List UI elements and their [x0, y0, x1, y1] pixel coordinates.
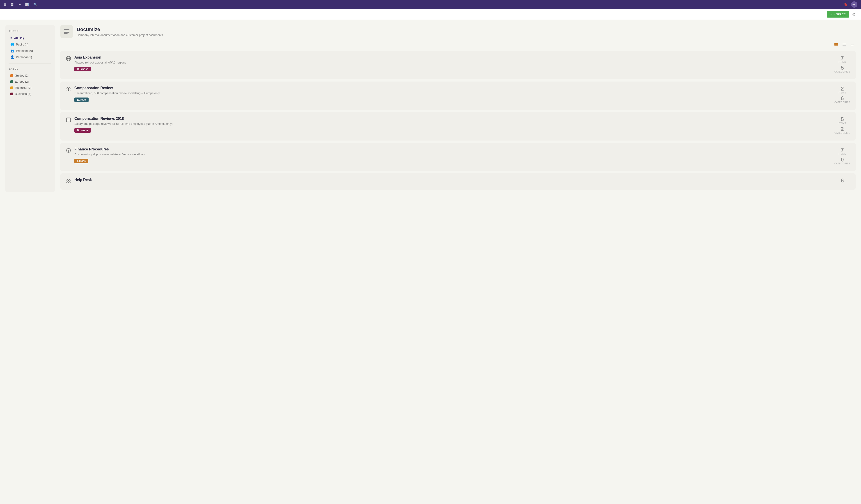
- view-normal-button[interactable]: [841, 42, 847, 48]
- asia-expansion-tag[interactable]: Business: [74, 67, 91, 71]
- help-desk-items-count: 6: [834, 178, 850, 183]
- guides-dot: [10, 74, 13, 77]
- compensation-reviews-2018-categories-count: 2: [834, 126, 850, 132]
- sidebar-item-protected-label: Protected (6): [16, 49, 33, 53]
- card-compensation-reviews-2018[interactable]: Compensation Reviews 2018 Salary and pac…: [60, 112, 856, 141]
- finance-procedures-stats: 7 ITEMS 0 CATEGORIES: [834, 147, 850, 167]
- pulse-icon[interactable]: 〜: [17, 2, 21, 7]
- compensation-review-categories-count: 6: [834, 96, 850, 101]
- card-asia-expansion[interactable]: Asia Expansion Phased roll-out across al…: [60, 51, 856, 79]
- categories-label: CATEGORIES: [834, 163, 850, 165]
- space-header: Documize Company internal documentation …: [60, 25, 856, 38]
- svg-rect-1: [64, 31, 69, 31]
- sidebar-item-protected[interactable]: 👥 Protected (6): [9, 48, 51, 54]
- main-layout: FILTER ≡ All (11) 🌐 Public (4) 👥 Protect…: [0, 20, 861, 192]
- all-icon: ≡: [10, 36, 12, 40]
- view-wide-button[interactable]: [849, 42, 856, 48]
- svg-rect-20: [67, 118, 70, 122]
- categories-label: CATEGORIES: [834, 101, 850, 103]
- search-icon[interactable]: 🔍: [33, 2, 38, 6]
- space-info: Documize Company internal documentation …: [77, 27, 163, 37]
- svg-rect-12: [851, 46, 853, 46]
- view-dense-button[interactable]: [833, 42, 839, 48]
- compensation-reviews-2018-items-count: 5: [834, 117, 850, 122]
- card-left: Help Desk: [66, 178, 834, 185]
- help-desk-title: Help Desk: [74, 178, 92, 182]
- grid-icon[interactable]: ⊞: [4, 2, 6, 6]
- user-avatar[interactable]: HK: [851, 1, 857, 8]
- finance-procedures-tag[interactable]: Guides: [74, 159, 88, 163]
- finance-procedures-title: Finance Procedures: [74, 147, 145, 151]
- compensation-reviews-2018-stats: 5 ITEMS 2 CATEGORIES: [834, 117, 850, 136]
- nav-right: 🔖 HK: [844, 1, 857, 8]
- svg-point-18: [67, 89, 69, 91]
- help-desk-icon: [66, 178, 71, 185]
- add-space-label: + SPACE: [834, 13, 846, 16]
- europe-dot: [10, 80, 13, 83]
- items-label: ITEMS: [834, 61, 850, 63]
- list-icon[interactable]: ☰: [11, 2, 14, 6]
- finance-procedures-categories-count: 0: [834, 157, 850, 163]
- asia-expansion-stats: 7 ITEMS 5 CATEGORIES: [834, 55, 850, 75]
- items-label: ITEMS: [834, 92, 850, 94]
- sidebar-item-all[interactable]: ≡ All (11): [9, 35, 51, 41]
- card-body: Compensation Review Decentralized, 360 c…: [74, 86, 160, 102]
- business-label: Business (4): [15, 92, 31, 96]
- svg-rect-4: [834, 43, 838, 44]
- sidebar-label-business[interactable]: Business (4): [9, 91, 51, 97]
- sidebar-label-guides[interactable]: Guides (2): [9, 73, 51, 79]
- card-left: Asia Expansion Phased roll-out across al…: [66, 55, 834, 71]
- compensation-reviews-2018-tag[interactable]: Business: [74, 128, 91, 132]
- plus-icon: +: [830, 13, 832, 16]
- settings-icon[interactable]: ⚙: [852, 12, 856, 17]
- asia-expansion-icon: [66, 56, 71, 62]
- card-left: Compensation Reviews 2018 Salary and pac…: [66, 117, 834, 132]
- public-icon: 🌐: [10, 43, 14, 46]
- svg-rect-9: [843, 45, 846, 45]
- help-desk-stats: 6: [834, 178, 850, 183]
- svg-rect-11: [851, 45, 854, 45]
- personal-icon: 👤: [10, 55, 14, 59]
- sidebar-label-europe[interactable]: Europe (2): [9, 79, 51, 84]
- svg-rect-8: [843, 44, 846, 44]
- sidebar-item-personal-label: Personal (1): [16, 55, 32, 59]
- sidebar: FILTER ≡ All (11) 🌐 Public (4) 👥 Protect…: [5, 25, 55, 192]
- items-label: ITEMS: [834, 153, 850, 155]
- compensation-reviews-2018-desc: Salary and package reviews for all full-…: [74, 122, 173, 125]
- space-title: Documize: [77, 27, 163, 32]
- svg-rect-7: [834, 46, 838, 46]
- add-space-button[interactable]: + + SPACE: [827, 11, 849, 17]
- space-description: Company internal documentation and custo…: [77, 33, 163, 37]
- business-dot: [10, 93, 13, 95]
- compensation-review-stats: 2 ITEMS 6 CATEGORIES: [834, 86, 850, 106]
- space-icon: [60, 25, 73, 38]
- card-finance-procedures[interactable]: $ Finance Procedures Documenting all pro…: [60, 143, 856, 171]
- svg-point-19: [69, 89, 70, 91]
- nav-left: ⊞ ☰ 〜 📊 🔍: [4, 2, 38, 7]
- svg-point-27: [69, 180, 70, 181]
- finance-procedures-items-count: 7: [834, 147, 850, 153]
- compensation-review-tag[interactable]: Europe: [74, 98, 88, 102]
- card-body: Finance Procedures Documenting all proce…: [74, 147, 145, 163]
- compensation-review-items-count: 2: [834, 86, 850, 92]
- svg-point-16: [67, 87, 69, 89]
- card-compensation-review[interactable]: Compensation Review Decentralized, 360 c…: [60, 82, 856, 110]
- chart-icon[interactable]: 📊: [25, 2, 29, 6]
- bookmark-icon[interactable]: 🔖: [844, 2, 848, 6]
- sidebar-label-technical[interactable]: Technical (2): [9, 85, 51, 90]
- svg-rect-6: [834, 45, 838, 46]
- filter-section-title: FILTER: [9, 30, 51, 32]
- sub-header: + + SPACE ⚙: [0, 9, 861, 20]
- card-help-desk[interactable]: Help Desk 6: [60, 173, 856, 190]
- svg-rect-5: [834, 44, 838, 45]
- sidebar-item-personal[interactable]: 👤 Personal (1): [9, 54, 51, 60]
- finance-procedures-icon: $: [66, 148, 71, 154]
- card-left: Compensation Review Decentralized, 360 c…: [66, 86, 834, 102]
- asia-expansion-desc: Phased roll-out across all APAC regions: [74, 61, 126, 64]
- sidebar-item-all-label: All (11): [14, 37, 24, 40]
- sidebar-item-public[interactable]: 🌐 Public (4): [9, 41, 51, 47]
- card-left: $ Finance Procedures Documenting all pro…: [66, 147, 834, 163]
- asia-expansion-title: Asia Expansion: [74, 55, 126, 59]
- compensation-reviews-2018-title: Compensation Reviews 2018: [74, 117, 173, 121]
- asia-expansion-categories-count: 5: [834, 65, 850, 70]
